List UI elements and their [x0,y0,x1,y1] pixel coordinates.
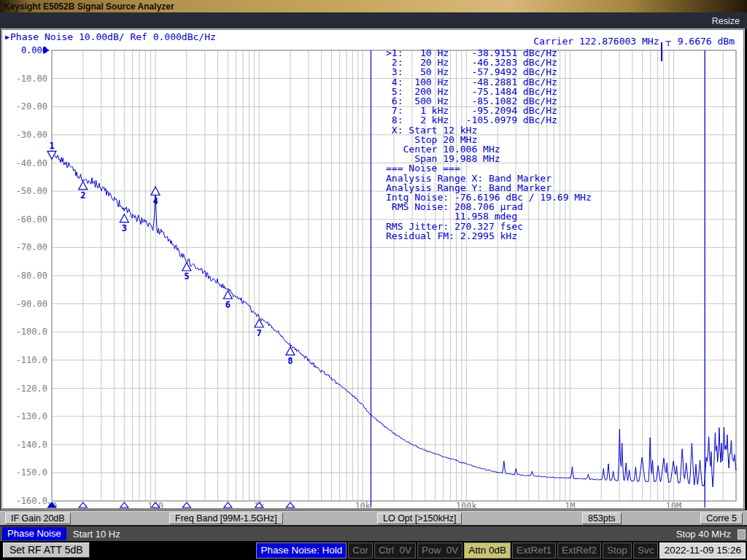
y-axis-label: -160.0 [2,496,47,506]
status-bar: Set RF ATT 5dB Phase Noise: HoldCorCtrl … [0,541,747,560]
y-axis-label: -70.00 [2,242,47,252]
marker-number: 1 [49,141,54,151]
marker-triangle [120,214,128,222]
axis-marker-tick-5[interactable] [182,502,190,508]
softkey-corre-5[interactable]: Corre 5 [700,513,743,524]
status-stop: Stop [603,542,632,559]
entry-caret [661,42,662,61]
y-axis-label: -120.0 [2,384,47,394]
status-svc: Svc [633,542,659,559]
marker-number: 5 [184,271,189,281]
y-axis-label: -60.00 [2,214,47,225]
y-axis-label: -140.0 [2,440,47,450]
marker-number: 2 [80,190,85,201]
tab-phase-noise[interactable]: Phase Noise [2,527,66,540]
status-2022-11-09-15-26: 2022-11-09 15:26 [659,542,746,559]
sweep-start-label: Start 10 Hz [73,529,120,540]
status-cor: Cor [348,542,373,559]
y-axis-label: -50.00 [2,186,47,196]
menu-bar: Resize [0,12,747,29]
y-axis-label: -80.00 [2,271,47,281]
status-indicators: Phase Noise: HoldCorCtrl 0VPow 0VAttn 0d… [256,542,746,559]
phase-noise-plot: 12345678 [2,30,743,508]
y-axis-label: -100.0 [2,327,47,337]
phase-noise-graph-window: 12345678 ▶Phase Noise 10.00dB/ Ref 0.000… [1,29,744,509]
trace-marker-3[interactable]: 3 [120,214,128,233]
window-title: Keysight E5052B Signal Source Analyzer [0,1,174,12]
y-axis-label: -110.0 [2,355,47,365]
status-phase-noise-hold: Phase Noise: Hold [256,542,347,559]
softkey-if-gain-20db[interactable]: IF Gain 20dB [5,513,71,524]
axis-marker-tick-7[interactable] [255,502,263,508]
carrier-frequency: Carrier 122.876003 MHz [533,36,659,47]
reference-level-icon[interactable] [43,47,50,54]
trace-marker-8[interactable]: 8 [286,347,295,366]
softkey-853pts[interactable]: 853pts [582,513,622,524]
trace-marker-4[interactable]: 4 [151,187,160,206]
marker-triangle [255,319,263,327]
marker-number: 4 [152,196,158,206]
status-extref1: ExtRef1 [512,542,556,559]
status-extref2: ExtRef2 [557,542,601,559]
marker-triangle [79,182,88,190]
axis-marker-tick-8[interactable] [286,502,294,508]
y-axis-label: -30.00 [2,130,47,140]
axis-marker-tick-2[interactable] [79,502,87,508]
scrollbar-corner [738,529,746,540]
y-axis-label: -10.00 [2,74,47,84]
y-axis-label: -130.0 [2,411,47,421]
carrier-readout: Carrier 122.876003 MHz ┬ 9.6676 dBm [533,36,735,47]
marker-info-readout: >1: 10 Hz -38.9151 dBc/Hz 2: 20 Hz -46.3… [386,48,592,241]
y-axis-label: -40.00 [2,158,47,168]
axis-marker-tick-1[interactable] [48,502,56,508]
measurement-tab-bar: Phase Noise Start 10 Hz Stop 40 MHz [0,525,747,541]
trace-scale-text: Phase Noise 10.00dB/ Ref 0.000dBc/Hz [10,31,216,42]
trace-marker-7[interactable]: 7 [255,319,263,338]
carrier-power: 9.6676 dBm [678,36,735,47]
marker-number: 8 [287,356,293,366]
marker-triangle [286,347,295,355]
y-axis-label: -90.00 [2,299,47,309]
marker-number: 7 [257,328,262,338]
status-attn-0db: Attn 0dB [464,542,511,559]
marker-number: 6 [225,300,231,310]
window-title-bar[interactable]: Keysight E5052B Signal Source Analyzer [0,0,747,12]
trace-marker-6[interactable]: 6 [223,291,232,310]
trace-scale-label[interactable]: ▶Phase Noise 10.00dB/ Ref 0.000dBc/Hz [5,31,216,42]
y-axis-label: -150.0 [2,467,47,478]
status-ctrl-0v: Ctrl 0V [374,542,416,559]
status-pow-0v: Pow 0V [417,542,462,559]
axis-marker-tick-4[interactable] [152,502,160,508]
resize-button[interactable]: Resize [712,16,747,26]
sweep-stop-label: Stop 40 MHz [676,529,731,540]
trace-marker-5[interactable]: 5 [182,262,191,281]
y-axis-label: -20.00 [2,101,47,112]
trace-marker-1[interactable]: 1 [47,141,56,159]
set-rf-att-button[interactable]: Set RF ATT 5dB [3,542,90,558]
band-indicator-icon: ┬ [665,36,670,47]
softkey-lo-opt-150khz[interactable]: LO Opt [>150kHz] [377,513,462,524]
instrument-screen: Keysight E5052B Signal Source Analyzer R… [0,0,747,560]
softkey-freq-band-99m-1-5ghz[interactable]: Freq Band [99M-1.5GHz] [169,513,283,524]
y-axis-label: 0.000 [2,45,47,55]
trace-marker-icon: ▶ [5,33,9,41]
marker-number: 3 [122,223,127,233]
softkey-bar: IF Gain 20dBFreq Band [99M-1.5GHz]LO Opt… [0,510,747,525]
axis-marker-tick-6[interactable] [224,502,232,508]
axis-marker-tick-3[interactable] [120,502,128,508]
